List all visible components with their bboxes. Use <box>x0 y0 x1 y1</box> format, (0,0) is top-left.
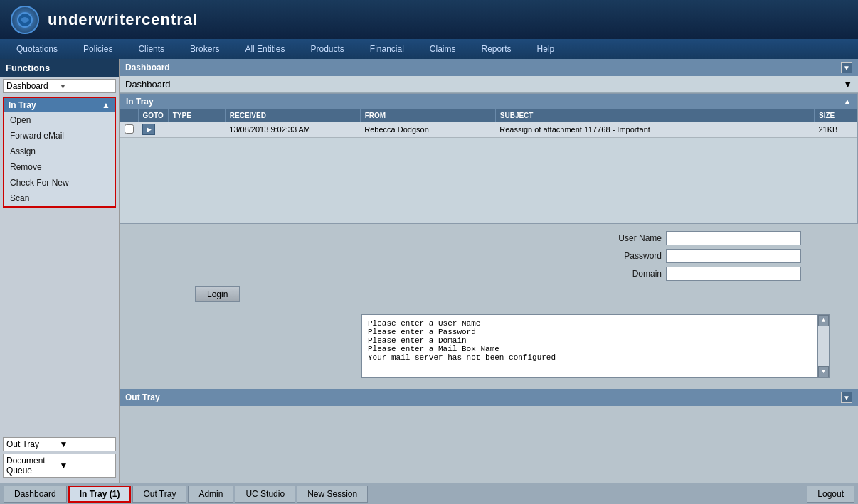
sidebar-bottom: Out Tray ▼ Document Queue ▼ <box>0 434 119 483</box>
message-scrollbar[interactable]: ▲ ▼ <box>817 315 829 377</box>
message-line-1: Please enter a User Name <box>368 319 823 328</box>
nav-help[interactable]: Help <box>524 39 568 59</box>
dashboard-label-text: Dashboard <box>125 79 171 90</box>
sidebar-header: Functions <box>0 59 119 77</box>
scroll-track <box>818 326 829 366</box>
main-navbar: Quotations Policies Clients Brokers All … <box>0 39 858 59</box>
col-goto: GOTO <box>138 109 168 122</box>
chevron-down-icon-3: ▼ <box>60 461 113 471</box>
domain-input[interactable] <box>666 267 801 281</box>
row-type-cell <box>168 122 225 138</box>
logout-button[interactable]: Logout <box>807 486 854 503</box>
row-checkbox-cell[interactable] <box>120 122 138 138</box>
col-checkbox <box>120 109 138 122</box>
content-inner: Dashboard ▼ Dashboard ▼ In Tray ▲ GOTO <box>120 59 858 483</box>
login-button[interactable]: Login <box>195 286 240 302</box>
main-layout: Functions Dashboard ▼ In Tray ▲ Open For… <box>0 59 858 483</box>
row-from-cell: Rebecca Dodgson <box>360 122 495 138</box>
nav-clients[interactable]: Clients <box>125 39 177 59</box>
password-input[interactable] <box>666 249 801 263</box>
password-row: Password <box>134 249 844 263</box>
taskbar-in-tray[interactable]: In Tray (1) <box>68 486 132 503</box>
sidebar-out-tray-dropdown[interactable]: Out Tray ▼ <box>3 437 116 451</box>
username-row: User Name <box>134 231 844 245</box>
taskbar-new-session[interactable]: New Session <box>297 486 368 503</box>
table-row: ▶ 13/08/2013 9:02:33 AM Rebecca Dodgson … <box>120 122 857 138</box>
domain-row: Domain <box>134 267 844 281</box>
dashboard-section-header: Dashboard ▼ <box>120 59 858 76</box>
dashboard-label: Dashboard ▼ <box>120 76 858 93</box>
sidebar-menu-remove[interactable]: Remove <box>4 159 115 175</box>
col-type: TYPE <box>168 109 225 122</box>
nav-claims[interactable]: Claims <box>417 39 469 59</box>
taskbar-dashboard[interactable]: Dashboard <box>4 486 67 503</box>
row-goto-cell[interactable]: ▶ <box>138 122 168 138</box>
row-received-cell: 13/08/2013 9:02:33 AM <box>225 122 360 138</box>
in-tray-panel-header: In Tray ▲ <box>120 94 857 109</box>
app-header: underwritercentral <box>0 0 858 39</box>
col-size: SIZE <box>815 109 857 122</box>
col-subject: SUBJECT <box>495 109 814 122</box>
row-checkbox[interactable] <box>125 124 134 134</box>
out-tray-collapse-button[interactable]: ▼ <box>841 392 852 403</box>
sidebar-in-tray-header[interactable]: In Tray ▲ <box>4 98 115 112</box>
row-subject-cell: Reassign of attachment 117768 - Importan… <box>495 122 814 138</box>
message-box: Please enter a User Name Please enter a … <box>361 314 830 378</box>
taskbar-admin[interactable]: Admin <box>188 486 233 503</box>
chevron-down-icon: ▼ <box>60 82 113 90</box>
in-tray-collapse-button[interactable]: ▲ <box>843 97 852 107</box>
sidebar-out-tray-label: Out Tray <box>6 439 60 449</box>
tray-empty-space <box>120 138 857 223</box>
nav-quotations[interactable]: Quotations <box>4 39 70 59</box>
message-line-5: Your mail server has not been configured <box>368 353 823 362</box>
nav-financial[interactable]: Financial <box>357 39 417 59</box>
out-tray-section-header: Out Tray ▼ <box>120 389 858 406</box>
out-tray-section: Out Tray ▼ <box>120 389 858 406</box>
in-tray-title: In Tray <box>126 97 154 107</box>
dashboard-collapse-button[interactable]: ▼ <box>841 62 852 73</box>
domain-label: Domain <box>605 269 662 279</box>
sidebar-document-queue-label: Document Queue <box>6 456 60 476</box>
message-line-4: Please enter a Mail Box Name <box>368 345 823 353</box>
in-tray-panel: In Tray ▲ GOTO TYPE RECEIVED FROM SUBJEC… <box>120 93 858 224</box>
message-line-3: Please enter a Domain <box>368 336 823 345</box>
scroll-down-button[interactable]: ▼ <box>818 366 829 377</box>
chevron-up-icon: ▲ <box>102 100 110 110</box>
row-size-cell: 21KB <box>815 122 857 138</box>
taskbar-uc-studio[interactable]: UC Studio <box>235 486 295 503</box>
sidebar-dashboard-dropdown[interactable]: Dashboard ▼ <box>3 79 116 93</box>
username-input[interactable] <box>666 231 801 245</box>
sidebar-document-queue-dropdown[interactable]: Document Queue ▼ <box>3 454 116 478</box>
nav-policies[interactable]: Policies <box>70 39 125 59</box>
message-line-2: Please enter a Password <box>368 328 823 336</box>
sidebar-menu-assign[interactable]: Assign <box>4 144 115 159</box>
nav-all-entities[interactable]: All Entities <box>232 39 297 59</box>
col-received: RECEIVED <box>225 109 360 122</box>
sidebar: Functions Dashboard ▼ In Tray ▲ Open For… <box>0 59 120 483</box>
sidebar-menu-open[interactable]: Open <box>4 112 115 128</box>
chevron-down-icon-2: ▼ <box>60 439 113 449</box>
sidebar-dashboard-label: Dashboard <box>6 81 60 91</box>
dashboard-section-title: Dashboard <box>125 63 170 73</box>
taskbar-out-tray[interactable]: Out Tray <box>132 486 186 503</box>
username-label: User Name <box>605 233 662 243</box>
app-logo <box>11 6 39 34</box>
content-area: Dashboard ▼ Dashboard ▼ In Tray ▲ GOTO <box>120 59 858 483</box>
login-section: User Name Password Domain Login <box>120 224 858 309</box>
message-box-container: Please enter a User Name Please enter a … <box>240 311 844 382</box>
scroll-up-button[interactable]: ▲ <box>818 315 829 326</box>
dashboard-expand-button[interactable]: ▼ <box>843 79 852 90</box>
sidebar-in-tray-section: In Tray ▲ Open Forward eMail Assign Remo… <box>3 97 116 208</box>
nav-reports[interactable]: Reports <box>469 39 524 59</box>
in-tray-label: In Tray <box>9 100 36 110</box>
nav-brokers[interactable]: Brokers <box>177 39 232 59</box>
col-from: FROM <box>360 109 495 122</box>
goto-button[interactable]: ▶ <box>142 124 155 135</box>
sidebar-menu-check-for-new[interactable]: Check For New <box>4 175 115 191</box>
taskbar: Dashboard In Tray (1) Out Tray Admin UC … <box>0 483 858 504</box>
nav-products[interactable]: Products <box>297 39 356 59</box>
out-tray-title: Out Tray <box>125 392 160 402</box>
sidebar-menu-scan[interactable]: Scan <box>4 191 115 206</box>
password-label: Password <box>605 251 662 261</box>
sidebar-menu-forward-email[interactable]: Forward eMail <box>4 128 115 144</box>
